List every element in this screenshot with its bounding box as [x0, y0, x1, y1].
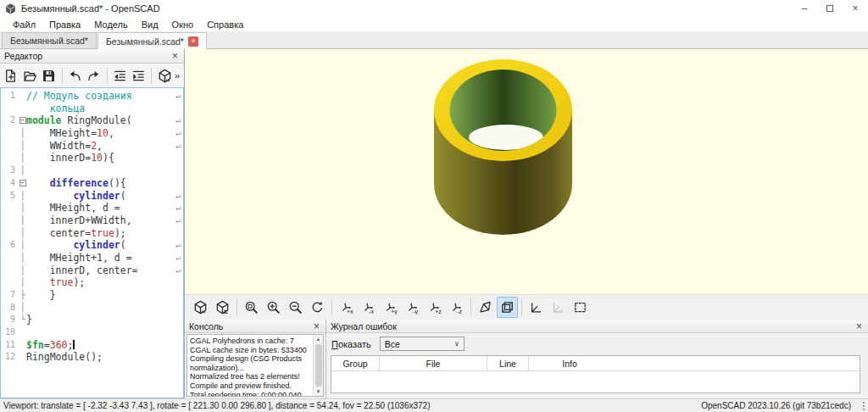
- undo-button[interactable]: [65, 66, 84, 86]
- console-line: Compile and preview finished.: [190, 381, 313, 391]
- new-file-button[interactable]: [2, 66, 20, 86]
- error-log-close-icon[interactable]: ×: [854, 321, 864, 331]
- tab-close-icon[interactable]: ×: [188, 36, 198, 47]
- scroll-up-icon[interactable]: ▲: [316, 335, 321, 343]
- toolbar-overflow-button[interactable]: »: [175, 70, 182, 81]
- svg-text:-z: -z: [457, 309, 462, 315]
- axis-view-icon: -x: [361, 300, 376, 315]
- fold-marker: │: [19, 276, 26, 289]
- code-line: 8│: [1, 302, 183, 315]
- code-text: $fn=360;: [26, 339, 183, 352]
- document-tab-1[interactable]: Безымянный.scad*×: [97, 32, 207, 49]
- orthographic-button[interactable]: [497, 297, 518, 318]
- close-button[interactable]: ×: [843, 0, 868, 17]
- code-editor[interactable]: 1// Модуль создания↵ кольца2−module Ring…: [0, 87, 184, 398]
- console-panel: Консоль × CGAL Polyhedrons in cache: 7CG…: [185, 320, 326, 398]
- viewport-status-text: Viewport: translate = [ -2.32 -3.43 7.43…: [3, 401, 701, 410]
- view-pos-y-button[interactable]: +y: [380, 297, 401, 318]
- document-tab-0[interactable]: Безымянный.scad*: [2, 32, 97, 48]
- console-line: Compiling design (CSG Products normaliza…: [190, 354, 313, 372]
- line-number: [1, 103, 19, 115]
- console-scrollbar[interactable]: ▲ ▼: [313, 335, 323, 396]
- perspective-button[interactable]: [475, 297, 496, 318]
- error-log-table-body[interactable]: [331, 371, 860, 393]
- wrap-indicator-icon: ↵: [175, 140, 181, 153]
- viewport-toolbar: +x-x+y-y+z-z10: [185, 294, 868, 320]
- fold-marker: [19, 103, 26, 115]
- viewport-3d[interactable]: [185, 49, 868, 294]
- console-output[interactable]: CGAL Polyhedrons in cache: 7CGAL cache s…: [187, 335, 313, 396]
- open-file-button[interactable]: [21, 66, 40, 86]
- open-file-icon: [23, 69, 37, 83]
- fold-marker: [19, 326, 26, 339]
- toolbar-separator: [470, 299, 471, 315]
- view-neg-z-button[interactable]: -z: [446, 297, 467, 318]
- code-line: 10: [1, 326, 183, 339]
- menu-item-3[interactable]: Вид: [136, 19, 164, 31]
- maximize-button[interactable]: [817, 0, 843, 17]
- view-neg-x-button[interactable]: -x: [358, 297, 379, 318]
- show-axes-button[interactable]: [526, 297, 547, 318]
- column-header-group[interactable]: Group: [331, 356, 380, 370]
- save-button[interactable]: [40, 66, 58, 86]
- fold-marker: │: [19, 190, 26, 203]
- menu-item-2[interactable]: Модель: [88, 19, 133, 31]
- zoom-out-button[interactable]: [285, 297, 306, 318]
- toolbar-separator: [151, 68, 152, 84]
- zoom-out-icon: [288, 300, 303, 315]
- resize-grip-icon[interactable]: [858, 402, 865, 410]
- menu-item-4[interactable]: Окно: [166, 19, 200, 31]
- openscad-window: Безымянный.scad* - OpenSCAD – × ФайлПрав…: [0, 0, 868, 412]
- console-line: CGAL Polyhedrons in cache: 7: [190, 337, 313, 346]
- code-text: RingModule();: [26, 351, 183, 364]
- chevron-down-icon: ∨: [454, 340, 464, 348]
- fold-marker: [19, 339, 26, 352]
- vp-preview-button[interactable]: [190, 297, 211, 318]
- view-all-icon: [573, 300, 587, 315]
- axis-view-icon: +x: [339, 300, 353, 315]
- code-line: 11$fn=360;: [1, 339, 183, 352]
- code-line: │ MHeight+1, d =↵: [1, 252, 183, 264]
- column-header-info[interactable]: Info: [529, 356, 610, 370]
- code-line: │ MHeight=10,↵: [1, 127, 183, 140]
- view-all-button[interactable]: [570, 297, 591, 318]
- line-number: 10: [1, 326, 19, 339]
- editor-dock-title: Редактор: [4, 51, 170, 61]
- fold-marker[interactable]: −: [19, 114, 26, 127]
- error-log-title: Журнал ошибок: [331, 321, 854, 331]
- line-number: [1, 127, 19, 140]
- menu-bar: ФайлПравкаМодельВидОкноСправка: [0, 17, 868, 32]
- indent-button[interactable]: [130, 66, 148, 86]
- axis-view-icon: +z: [427, 300, 442, 315]
- zoom-in-button[interactable]: [263, 297, 284, 318]
- unindent-button[interactable]: [110, 66, 129, 86]
- show-scale-markers-button[interactable]: 10: [548, 297, 569, 318]
- zoom-all-button[interactable]: [241, 297, 262, 318]
- fold-marker[interactable]: −: [19, 177, 26, 190]
- code-line: │ innerD=10){: [1, 152, 183, 164]
- minimize-button[interactable]: –: [792, 0, 817, 17]
- column-header-line[interactable]: Line: [487, 356, 529, 370]
- redo-button[interactable]: [85, 66, 103, 86]
- error-filter-select[interactable]: Все ∨: [380, 337, 465, 351]
- menu-item-5[interactable]: Справка: [201, 19, 249, 31]
- code-text: center=true);: [26, 227, 183, 240]
- reset-view-button[interactable]: [307, 297, 328, 318]
- console-close-icon[interactable]: ×: [312, 321, 321, 331]
- column-header-file[interactable]: File: [380, 356, 487, 370]
- view-pos-z-button[interactable]: +z: [424, 297, 445, 318]
- title-bar: Безымянный.scad* - OpenSCAD – ×: [0, 0, 868, 17]
- line-number: 8: [1, 302, 19, 315]
- show-scale-markers-icon: 10: [551, 300, 565, 315]
- line-number: [1, 252, 19, 264]
- preview-button[interactable]: [155, 66, 174, 86]
- show-filter-label: Показать: [331, 339, 371, 349]
- menu-item-1[interactable]: Правка: [43, 19, 86, 31]
- menu-item-0[interactable]: Файл: [7, 19, 42, 31]
- vp-render-button[interactable]: [212, 297, 233, 318]
- scroll-thumb[interactable]: [315, 344, 322, 387]
- view-neg-y-button[interactable]: -y: [402, 297, 423, 318]
- view-pos-x-button[interactable]: +x: [336, 297, 357, 318]
- editor-close-icon[interactable]: ×: [170, 51, 180, 61]
- scroll-down-icon[interactable]: ▼: [316, 387, 321, 396]
